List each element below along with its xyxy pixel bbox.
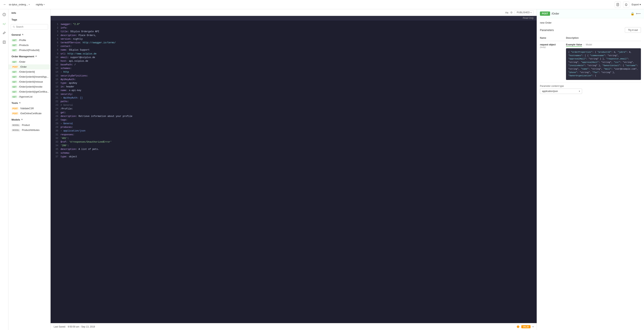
nav-item-get-order-revoke[interactable]: GET /Order/{orderId}/revoke bbox=[8, 84, 50, 89]
edit-icon[interactable] bbox=[1, 30, 7, 36]
env-selector[interactable]: nightly ▾ bbox=[36, 3, 45, 6]
search-box[interactable] bbox=[11, 24, 48, 30]
code-line: 35 description: A list of pets. bbox=[54, 148, 534, 151]
order-mgmt-section-header[interactable]: Order Management ^ bbox=[8, 53, 50, 60]
content-type-select[interactable]: application/json ▾ bbox=[540, 88, 582, 94]
code-line: 14 - http bbox=[54, 70, 534, 74]
nav-item-model-productattributes[interactable]: MODEL ProductAttributes bbox=[8, 128, 50, 132]
settings-icon[interactable]: ⚙ bbox=[510, 11, 513, 14]
endpoint-description: new Order bbox=[540, 21, 641, 24]
nav-item-get-order-reissue[interactable]: GET /Order/{orderId}/reissue bbox=[8, 79, 50, 84]
try-it-button[interactable]: Try it out bbox=[625, 27, 641, 33]
code-line: 31 responses: bbox=[54, 133, 534, 137]
tools-section-header[interactable]: Tools ^ bbox=[8, 99, 50, 106]
code-line: 23 # General bbox=[54, 104, 534, 107]
example-value-tabs: Example Value | Model bbox=[566, 43, 641, 47]
code-line: 12basePath: / bbox=[54, 63, 534, 67]
last-saved-time: 9:50:59 am - Sep 13, 2019 bbox=[68, 326, 95, 328]
env-chevron: ▾ bbox=[44, 4, 45, 6]
general-section-header[interactable]: General ^ bbox=[8, 31, 50, 38]
export-button[interactable]: Export ▾ bbox=[632, 3, 641, 6]
nav-item-model-product[interactable]: MODEL Product bbox=[8, 123, 50, 128]
json-preview: { "orderProperties": { "productId": 0, "… bbox=[566, 48, 641, 80]
project-name: ss-lplus_orderg... bbox=[9, 3, 28, 6]
published-label: PUBLISHED bbox=[517, 11, 530, 14]
lock-icon[interactable]: 🔒 bbox=[630, 12, 634, 16]
code-line: 11host: api.sslplus.de bbox=[54, 60, 534, 63]
right-panel: POST /Order 🔒 ⟵ new Order Parameters Try… bbox=[537, 9, 644, 330]
code-line: 27 tags: bbox=[54, 118, 534, 122]
model-tab[interactable]: Model bbox=[586, 43, 592, 47]
content-type-chevron: ▾ bbox=[579, 90, 580, 92]
back-arrow-icon[interactable]: ⟵ bbox=[636, 12, 641, 16]
content-type-label: Parameter content type bbox=[540, 85, 641, 88]
nav-item-get-approver[interactable]: GET /ApproverList bbox=[8, 94, 50, 99]
search-input[interactable] bbox=[16, 26, 46, 28]
nav-item-get-product-id[interactable]: GET /Product/{ProductId} bbox=[8, 48, 50, 53]
svg-line-8 bbox=[4, 32, 5, 32]
project-selector[interactable]: ss-lplus_orderg... ▾ bbox=[9, 3, 30, 6]
nav-item-get-order[interactable]: GET /Order bbox=[8, 60, 50, 64]
nav-item-get-order-cert[interactable]: GET /Order/{orderId}/getCertifica... bbox=[8, 89, 50, 94]
desc-col-header: Description bbox=[566, 36, 641, 39]
code-line: 13schemes: bbox=[54, 67, 534, 70]
code-line: 29 produces: bbox=[54, 126, 534, 129]
param-name: request object (body) bbox=[540, 43, 563, 48]
font-size-toggle[interactable]: Aa bbox=[505, 11, 508, 14]
info-icon[interactable] bbox=[1, 12, 7, 18]
nav-item-get-order-resend[interactable]: GET /Order/{orderId}/resendApp... bbox=[8, 74, 50, 79]
valid-badge: VALID bbox=[521, 325, 530, 328]
code-line: 24 /Profile: bbox=[54, 107, 534, 111]
sidebar-icons: </> bbox=[0, 9, 8, 330]
tags-icon[interactable]: </> bbox=[1, 21, 7, 27]
code-line: 25 get: bbox=[54, 111, 534, 114]
left-nav: Info Tags General ^ GET /Profile GET /Pr… bbox=[8, 9, 50, 330]
param-content-type: Parameter content type application/json … bbox=[540, 85, 641, 94]
name-col-header: Name bbox=[540, 36, 563, 39]
bell-button[interactable] bbox=[623, 2, 629, 8]
post-badge: POST bbox=[540, 12, 550, 16]
code-line: 36 schema: bbox=[54, 152, 534, 155]
code-line: 32 '401': bbox=[54, 137, 534, 140]
code-line: 9 url: http://www.sslplus.de bbox=[54, 52, 534, 56]
status-chevron[interactable]: ▾ bbox=[532, 326, 534, 328]
code-line: 5 version: nightly bbox=[54, 37, 534, 41]
nav-item-get-order-id[interactable]: GET /Order/{orderId} bbox=[8, 69, 50, 74]
example-value-tab[interactable]: Example Value bbox=[566, 43, 582, 47]
doc-nav-icon[interactable] bbox=[1, 39, 7, 45]
code-line: 6 termsOfService: http://swagger.io/term… bbox=[54, 41, 534, 45]
code-line: 33 $ref: '#/responses/UnauthorizedError' bbox=[54, 140, 534, 144]
param-row-body: request object (body) Example Value | Mo… bbox=[540, 41, 641, 82]
code-line: 1swagger: "2.0" bbox=[54, 22, 534, 26]
topbar: ← ss-lplus_orderg... ▾ nightly ▾ Export … bbox=[0, 0, 644, 9]
nav-item-post-validatecsr[interactable]: POST /ValidateCSR bbox=[8, 106, 50, 111]
code-line: 20security: bbox=[54, 92, 534, 96]
nav-item-get-products[interactable]: GET /Products bbox=[8, 43, 50, 48]
endpoint-path: /Order bbox=[552, 12, 629, 15]
project-chevron: ▾ bbox=[29, 4, 30, 6]
param-description: Example Value | Model { "orderProperties… bbox=[566, 43, 641, 80]
info-nav-header[interactable]: Info bbox=[8, 9, 50, 16]
published-chevron: ▾ bbox=[530, 12, 532, 14]
models-section-header[interactable]: Models ^ bbox=[8, 116, 50, 123]
tags-nav-header[interactable]: Tags bbox=[8, 16, 50, 22]
code-line: 26 description: Retrieve information abo… bbox=[54, 114, 534, 118]
nav-item-post-getonlinecert[interactable]: POST /GetOnlineCertificate bbox=[8, 111, 50, 116]
back-button[interactable]: ← bbox=[3, 2, 6, 6]
nav-item-get-profile[interactable]: GET /Profile bbox=[8, 38, 50, 43]
code-line: 28 - General bbox=[54, 122, 534, 126]
parameters-label: Parameters bbox=[540, 28, 554, 32]
code-area[interactable]: 1swagger: "2.0"2info:3 title: SSLplus Or… bbox=[50, 20, 537, 323]
doc-button[interactable] bbox=[615, 2, 621, 8]
svg-line-14 bbox=[14, 27, 15, 28]
nav-item-post-order[interactable]: POST /Order bbox=[8, 64, 50, 69]
code-readonly-bar: Read Only bbox=[50, 16, 537, 20]
code-line: 19 name: x-api-key bbox=[54, 89, 534, 92]
code-line: 37 type: object bbox=[54, 155, 534, 159]
code-line: 8 name: SSLplus Support bbox=[54, 48, 534, 52]
parameters-header: Parameters Try it out bbox=[540, 27, 641, 33]
code-line: 15securityDefinitions: bbox=[54, 74, 534, 78]
published-dropdown[interactable]: PUBLISHED ▾ bbox=[514, 10, 534, 14]
main-layout: </> Info Tags General ^ GET /Profile GE bbox=[0, 9, 644, 330]
readonly-label: Read Only bbox=[523, 17, 534, 19]
